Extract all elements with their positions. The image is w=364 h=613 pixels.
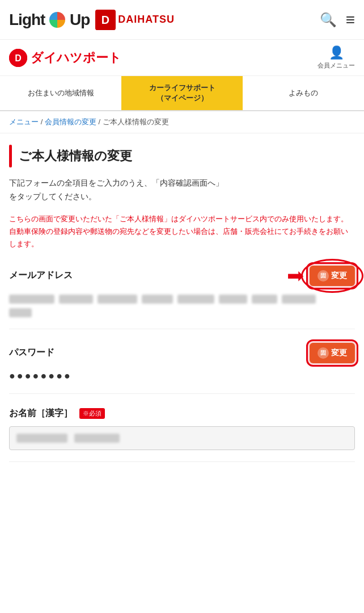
email-label: メールアドレス bbox=[9, 270, 73, 282]
right-arrow-icon: ➡ bbox=[287, 264, 304, 288]
email-section-header: メールアドレス ➡ 固 変更 bbox=[9, 264, 355, 288]
member-menu-button[interactable]: 👤 会員メニュー bbox=[318, 45, 355, 70]
breadcrumb-separator-1: / bbox=[41, 117, 45, 126]
password-btn-icon: 固 bbox=[318, 347, 329, 359]
breadcrumb-current: ご本人様情報の変更 bbox=[103, 117, 169, 126]
email-blurred-content bbox=[9, 295, 355, 317]
email-change-button[interactable]: 固 変更 bbox=[310, 266, 355, 286]
password-section: パスワード 固 変更 ●●●●●●●● bbox=[9, 343, 355, 394]
name-kanji-label-wrapper: お名前［漢字］ ※必須 bbox=[9, 408, 105, 419]
svg-text:D: D bbox=[15, 53, 22, 63]
hamburger-icon: ≡ bbox=[346, 11, 355, 28]
email-btn-label: 変更 bbox=[331, 271, 347, 281]
member-menu-label: 会員メニュー bbox=[318, 61, 355, 70]
breadcrumb-member-info-link[interactable]: 会員情報の変更 bbox=[45, 117, 96, 126]
name-kanji-label: お名前［漢字］ bbox=[9, 408, 73, 418]
breadcrumb-separator-2: / bbox=[98, 117, 102, 126]
svg-text:D: D bbox=[101, 14, 109, 26]
page-description: 下記フォームの全項目をご入力のうえ、「内容確認画面へ」をタップしてください。 bbox=[9, 177, 355, 204]
email-action-area: ➡ 固 変更 bbox=[287, 264, 355, 288]
daihatsu-emblem: D bbox=[95, 10, 116, 30]
password-dots: ●●●●●●●● bbox=[9, 370, 355, 382]
search-button[interactable]: 🔍 bbox=[320, 13, 337, 27]
sub-header: D ダイハツポート 👤 会員メニュー bbox=[0, 40, 364, 76]
menu-button[interactable]: ≡ bbox=[346, 12, 355, 28]
page-title: ご本人様情報の変更 bbox=[19, 148, 132, 165]
top-header: Light Up D DAIHATSU 🔍 ≡ bbox=[0, 0, 364, 40]
email-btn-icon: 固 bbox=[318, 270, 329, 282]
header-icons: 🔍 ≡ bbox=[320, 12, 355, 28]
password-section-header: パスワード 固 変更 bbox=[9, 343, 355, 363]
name-kanji-input[interactable] bbox=[9, 426, 355, 450]
email-change-btn-wrapper: 固 変更 bbox=[310, 266, 355, 286]
member-icon: 👤 bbox=[329, 45, 344, 60]
breadcrumb: メニュー / 会員情報の変更 / ご本人様情報の変更 bbox=[0, 111, 364, 133]
tab-car-life-label: カーライフサポート（マイページ） bbox=[149, 83, 215, 102]
tab-reading-label: よみもの bbox=[289, 89, 318, 97]
tab-car-life-support[interactable]: カーライフサポート（マイページ） bbox=[121, 76, 243, 110]
page-title-bar bbox=[9, 145, 12, 167]
tab-regional-info-label: お住まいの地域情報 bbox=[28, 89, 94, 97]
logo-area: Light Up D DAIHATSU bbox=[9, 10, 175, 30]
notice-text: こちらの画面で変更いただいた「ご本人様情報」はダイハツポートサービス内でのみ使用… bbox=[9, 213, 355, 250]
port-d-icon: D bbox=[9, 49, 27, 67]
main-content: ご本人様情報の変更 下記フォームの全項目をご入力のうえ、「内容確認画面へ」をタッ… bbox=[0, 133, 364, 487]
daihatsu-port-icon: D bbox=[9, 49, 27, 67]
password-btn-label: 変更 bbox=[331, 348, 347, 358]
password-label: パスワード bbox=[9, 347, 54, 359]
name-kanji-section-header: お名前［漢字］ ※必須 bbox=[9, 408, 355, 419]
email-section: メールアドレス ➡ 固 変更 bbox=[9, 264, 355, 329]
port-logo-text: ダイハツポート bbox=[31, 49, 121, 66]
password-change-button[interactable]: 固 変更 bbox=[310, 343, 355, 363]
tab-reading[interactable]: よみもの bbox=[243, 76, 364, 110]
breadcrumb-menu-link[interactable]: メニュー bbox=[9, 117, 39, 126]
logo-o-circle bbox=[49, 12, 65, 28]
daihatsu-text: DAIHATSU bbox=[118, 14, 175, 26]
search-icon: 🔍 bbox=[320, 12, 337, 27]
port-logo: D ダイハツポート bbox=[9, 49, 121, 67]
site-logo: Light Up bbox=[9, 11, 90, 29]
daihatsu-logo: D DAIHATSU bbox=[95, 10, 175, 30]
required-badge: ※必須 bbox=[79, 408, 105, 419]
page-title-wrapper: ご本人様情報の変更 bbox=[9, 145, 355, 167]
name-kanji-section: お名前［漢字］ ※必須 bbox=[9, 408, 355, 462]
nav-tabs: お住まいの地域情報 カーライフサポート（マイページ） よみもの bbox=[0, 76, 364, 111]
tab-regional-info[interactable]: お住まいの地域情報 bbox=[0, 76, 121, 110]
